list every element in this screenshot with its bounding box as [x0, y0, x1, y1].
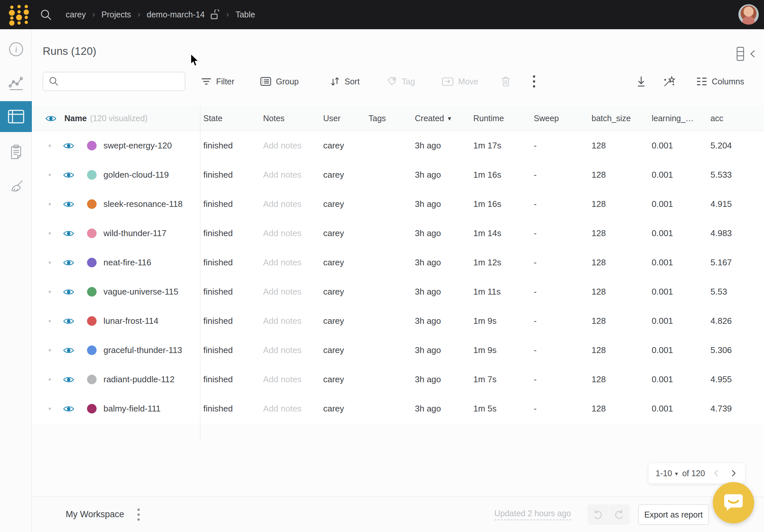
- run-name-link[interactable]: radiant-puddle-112: [103, 374, 174, 385]
- drag-handle[interactable]: [49, 349, 51, 351]
- table-row[interactable]: balmy-field-111 finished Add notes carey…: [32, 394, 764, 423]
- drag-handle[interactable]: [49, 291, 51, 293]
- column-header-learning-[interactable]: learning_…: [649, 114, 707, 123]
- run-color-dot[interactable]: [87, 141, 96, 150]
- notes-cell[interactable]: Add notes: [260, 228, 320, 239]
- notes-cell[interactable]: Add notes: [260, 199, 320, 209]
- drag-handle[interactable]: [49, 203, 51, 205]
- run-name-link[interactable]: graceful-thunder-113: [103, 345, 182, 355]
- column-header-notes[interactable]: Notes: [260, 114, 320, 123]
- user-avatar[interactable]: [738, 4, 759, 25]
- table-row[interactable]: radiant-puddle-112 finished Add notes ca…: [32, 365, 764, 394]
- workspace-name[interactable]: My Workspace: [66, 497, 124, 532]
- column-header-acc[interactable]: acc: [707, 114, 764, 123]
- run-color-dot[interactable]: [87, 345, 96, 355]
- run-name-link[interactable]: sleek-resonance-118: [103, 199, 183, 209]
- run-color-dot[interactable]: [87, 375, 96, 384]
- breadcrumb-user[interactable]: carey: [66, 10, 86, 19]
- visibility-eye-icon[interactable]: [63, 317, 74, 325]
- run-color-dot[interactable]: [87, 170, 96, 180]
- sidebar-item-sweeps[interactable]: [0, 171, 32, 202]
- visibility-eye-icon[interactable]: [63, 200, 74, 208]
- panel-layout-icon[interactable]: [735, 46, 746, 62]
- run-color-dot[interactable]: [87, 199, 96, 209]
- notes-cell[interactable]: Add notes: [260, 345, 320, 355]
- notes-cell[interactable]: Add notes: [260, 287, 320, 297]
- column-header-state[interactable]: State: [200, 114, 260, 123]
- run-name-link[interactable]: swept-energy-120: [103, 140, 172, 151]
- magic-wand-button[interactable]: [663, 72, 675, 91]
- visibility-eye-icon[interactable]: [63, 259, 74, 266]
- search-input[interactable]: [59, 77, 185, 87]
- updated-label[interactable]: Updated 2 hours ago: [494, 509, 571, 520]
- visibility-eye-icon[interactable]: [63, 346, 74, 354]
- table-row[interactable]: wild-thunder-117 finished Add notes care…: [32, 219, 764, 248]
- column-header-user[interactable]: User: [320, 114, 365, 123]
- run-color-dot[interactable]: [87, 316, 96, 326]
- visibility-eye-icon[interactable]: [63, 376, 74, 384]
- breadcrumb-projects[interactable]: Projects: [101, 10, 131, 19]
- page-range-dropdown[interactable]: 1-10 ▼: [656, 469, 679, 478]
- run-name-link[interactable]: vague-universe-115: [103, 287, 178, 297]
- runs-search-box[interactable]: [43, 72, 185, 91]
- visibility-eye-icon[interactable]: [45, 114, 57, 122]
- table-row[interactable]: sleek-resonance-118 finished Add notes c…: [32, 190, 764, 219]
- drag-handle[interactable]: [49, 378, 51, 381]
- drag-handle[interactable]: [49, 408, 51, 410]
- run-name-link[interactable]: lunar-frost-114: [103, 316, 158, 326]
- chat-support-button[interactable]: [713, 482, 754, 523]
- sidebar-item-charts[interactable]: [0, 68, 32, 99]
- wandb-logo-icon[interactable]: [8, 3, 30, 26]
- notes-cell[interactable]: Add notes: [260, 374, 320, 385]
- name-header-label[interactable]: Name: [64, 114, 87, 123]
- run-name-link[interactable]: wild-thunder-117: [103, 228, 166, 239]
- run-color-dot[interactable]: [87, 287, 96, 296]
- drag-handle[interactable]: [49, 174, 51, 176]
- table-row[interactable]: lunar-frost-114 finished Add notes carey…: [32, 306, 764, 336]
- column-header-sweep[interactable]: Sweep: [530, 114, 588, 123]
- visibility-eye-icon[interactable]: [63, 171, 74, 179]
- download-button[interactable]: [636, 72, 647, 91]
- drag-handle[interactable]: [49, 232, 51, 235]
- export-as-report-button[interactable]: Export as report: [638, 504, 709, 525]
- sidebar-item-logs[interactable]: [0, 137, 32, 168]
- run-color-dot[interactable]: [87, 229, 96, 238]
- notes-cell[interactable]: Add notes: [260, 258, 320, 267]
- run-name-link[interactable]: neat-fire-116: [103, 258, 151, 267]
- column-header-batch-size[interactable]: batch_size: [588, 114, 649, 123]
- more-actions-button[interactable]: [532, 72, 536, 91]
- run-color-dot[interactable]: [87, 258, 96, 267]
- sort-button[interactable]: Sort: [330, 72, 360, 91]
- table-row[interactable]: golden-cloud-119 finished Add notes care…: [32, 160, 764, 190]
- notes-cell[interactable]: Add notes: [260, 140, 320, 151]
- run-name-link[interactable]: golden-cloud-119: [103, 170, 169, 180]
- table-row[interactable]: swept-energy-120 finished Add notes care…: [32, 131, 764, 160]
- column-header-runtime[interactable]: Runtime: [470, 114, 530, 123]
- next-page-icon[interactable]: [729, 468, 738, 478]
- breadcrumb-page[interactable]: Table: [236, 10, 255, 19]
- collapse-chevron-icon[interactable]: [748, 48, 758, 60]
- column-header-created[interactable]: Created▼: [412, 114, 470, 123]
- group-button[interactable]: Group: [260, 72, 298, 91]
- sidebar-item-overview[interactable]: i: [0, 34, 32, 65]
- column-header-tags[interactable]: Tags: [365, 114, 412, 123]
- run-color-dot[interactable]: [87, 404, 96, 414]
- notes-cell[interactable]: Add notes: [260, 170, 320, 180]
- notes-cell[interactable]: Add notes: [260, 316, 320, 326]
- previous-page-icon[interactable]: [712, 468, 721, 478]
- drag-handle[interactable]: [49, 262, 51, 264]
- search-icon[interactable]: [39, 8, 53, 21]
- sidebar-item-table[interactable]: [0, 101, 32, 132]
- drag-handle[interactable]: [49, 320, 51, 322]
- breadcrumb-project[interactable]: demo-march-14: [147, 10, 205, 19]
- columns-button[interactable]: Columns: [696, 72, 744, 91]
- table-row[interactable]: neat-fire-116 finished Add notes carey 3…: [32, 248, 764, 277]
- table-row[interactable]: graceful-thunder-113 finished Add notes …: [32, 336, 764, 365]
- visibility-eye-icon[interactable]: [63, 230, 74, 238]
- notes-cell[interactable]: Add notes: [260, 404, 320, 414]
- visibility-eye-icon[interactable]: [63, 142, 74, 150]
- visibility-eye-icon[interactable]: [63, 405, 74, 413]
- visibility-eye-icon[interactable]: [63, 288, 74, 296]
- run-name-link[interactable]: balmy-field-111: [103, 404, 161, 414]
- filter-button[interactable]: Filter: [201, 72, 235, 91]
